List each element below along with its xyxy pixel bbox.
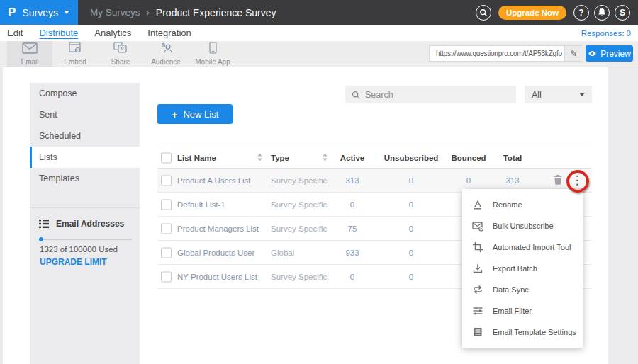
active-count[interactable]: 313 [324, 176, 381, 185]
row-checkbox[interactable] [161, 271, 172, 282]
template-doc-icon [472, 326, 483, 338]
list-type: Survey Specific [271, 273, 327, 281]
active-count[interactable]: 0 [324, 200, 381, 209]
col-total[interactable]: Total [484, 154, 541, 162]
active-count[interactable]: 0 [324, 273, 381, 281]
toolbar-tab-mobile-app[interactable]: Mobile App [189, 41, 237, 67]
progress-dot [39, 237, 43, 241]
toolbar-tab-label: Mobile App [195, 58, 230, 66]
list-type: Global [271, 249, 294, 257]
toolbar-tab-share[interactable]: Share [98, 41, 143, 67]
menu-item-email-template-settings[interactable]: Email Template Settings [462, 322, 583, 343]
menu-item-label: Automated Import Tool [493, 243, 571, 251]
search-icon[interactable] [476, 5, 491, 21]
total-count[interactable]: 313 [484, 176, 541, 185]
responses-count[interactable]: Responses: 0 [581, 29, 631, 38]
menu-item-export-batch[interactable]: Export Batch [462, 258, 583, 279]
page-title: Product Experience Survey [156, 7, 276, 18]
questionpro-logo-icon: P [8, 6, 16, 20]
notifications-bell-icon[interactable] [594, 5, 610, 21]
row-checkbox[interactable] [161, 223, 172, 234]
list-name[interactable]: Global Products User [177, 249, 254, 257]
menu-item-email-filter[interactable]: Email Filter [462, 300, 583, 322]
row-checkbox[interactable] [161, 247, 172, 258]
chevron-down-icon [64, 11, 69, 14]
product-switcher[interactable]: P Surveys [0, 0, 78, 25]
table-header: List Name Type Active Unsubscribed Bounc… [157, 147, 592, 169]
product-label: Surveys [22, 7, 58, 18]
import-crop-icon [472, 241, 483, 253]
avatar[interactable]: S [615, 5, 630, 21]
new-list-button[interactable]: + New List [157, 104, 233, 124]
new-list-label: New List [183, 109, 218, 120]
menu-item-automated-import-tool[interactable]: Automated Import Tool [462, 237, 583, 258]
tab-analytics[interactable]: Analytics [94, 28, 131, 38]
col-list-name[interactable]: List Name [177, 154, 216, 162]
survey-url-value[interactable]: https://www.questionpro.com/t/AP53kZgfo [430, 50, 564, 57]
embed-window-icon [69, 42, 82, 57]
list-lines-icon [39, 220, 49, 228]
active-count[interactable]: 75 [324, 224, 381, 233]
sidebar-divider [30, 207, 140, 208]
rename-icon [472, 199, 483, 210]
toolbar-tab-email[interactable]: Email [7, 41, 52, 67]
unsubscribed-count[interactable]: 0 [383, 249, 440, 257]
sidebar-item-templates[interactable]: Templates [30, 168, 140, 189]
menu-item-bulk-unsubscribe[interactable]: Bulk Unsubscribe [462, 215, 583, 237]
export-download-icon [472, 263, 483, 274]
audience-dollar-icon: $ [159, 42, 174, 57]
menu-item-label: Email Filter [493, 307, 532, 315]
sidebar-item-compose[interactable]: Compose [30, 83, 140, 104]
preview-button[interactable]: Preview [586, 45, 633, 62]
sort-icon[interactable] [257, 153, 262, 162]
menu-item-rename[interactable]: Rename [462, 194, 583, 215]
edit-url-pencil-icon[interactable]: ✎ [564, 46, 583, 61]
unsubscribed-count[interactable]: 0 [383, 200, 440, 209]
delete-trash-icon[interactable] [554, 175, 562, 186]
row-checkbox[interactable] [161, 175, 172, 186]
filter-sliders-icon [472, 305, 483, 317]
help-button[interactable]: ? [573, 5, 589, 21]
breadcrumb-my-surveys[interactable]: My Surveys [90, 7, 140, 18]
unsubscribed-count[interactable]: 0 [383, 273, 440, 281]
list-name[interactable]: Product Managers List [177, 224, 259, 233]
sidebar-item-scheduled[interactable]: Scheduled [30, 125, 140, 147]
toolbar-tab-audience[interactable]: $ Audience [143, 41, 189, 67]
filter-dropdown[interactable]: All [525, 86, 592, 103]
eye-icon [588, 50, 597, 57]
tab-edit[interactable]: Edit [7, 28, 23, 38]
chevron-down-icon [579, 93, 585, 96]
share-cards-icon [113, 42, 128, 57]
distribute-toolbar: Email Embed Share $ Audience Mobile App [0, 41, 638, 67]
email-addresses-title: Email Addresses [56, 219, 124, 229]
upgrade-limit-link[interactable]: UPGRADE LIMIT [40, 257, 107, 267]
unsubscribed-count[interactable]: 0 [383, 224, 440, 233]
menu-item-label: Export Batch [493, 264, 537, 273]
col-type[interactable]: Type [271, 154, 289, 162]
svg-text:$: $ [162, 42, 165, 49]
list-name[interactable]: Default List-1 [177, 200, 225, 209]
list-name[interactable]: NY Product Users List [177, 273, 257, 281]
select-all-checkbox[interactable] [161, 152, 172, 163]
sidebar-item-sent[interactable]: Sent [30, 104, 140, 125]
list-type: Survey Specific [271, 200, 327, 209]
tab-distribute[interactable]: Distribute [39, 28, 78, 38]
col-active[interactable]: Active [324, 154, 381, 162]
toolbar-tab-label: Email [21, 58, 38, 66]
row-checkbox[interactable] [161, 199, 172, 210]
active-count[interactable]: 933 [324, 249, 381, 257]
list-name[interactable]: Product A Users List [177, 176, 251, 185]
survey-nav: Edit Distribute Analytics Integration Re… [0, 25, 638, 41]
survey-url-field[interactable]: https://www.questionpro.com/t/AP53kZgfo … [429, 45, 583, 62]
envelope-icon [22, 42, 38, 57]
sidebar-item-lists[interactable]: Lists [30, 147, 140, 168]
upgrade-now-button[interactable]: Upgrade Now [498, 6, 566, 20]
breadcrumb: My Surveys › Product Experience Survey [90, 7, 276, 18]
search-input[interactable]: Search [345, 86, 516, 103]
tab-integration[interactable]: Integration [147, 28, 191, 38]
smartphone-icon [209, 42, 217, 57]
unsubscribed-count[interactable]: 0 [383, 176, 440, 185]
menu-item-data-sync[interactable]: Data Sync [462, 279, 583, 300]
col-unsubscribed[interactable]: Unsubscribed [383, 154, 440, 162]
toolbar-tab-embed[interactable]: Embed [52, 41, 98, 67]
